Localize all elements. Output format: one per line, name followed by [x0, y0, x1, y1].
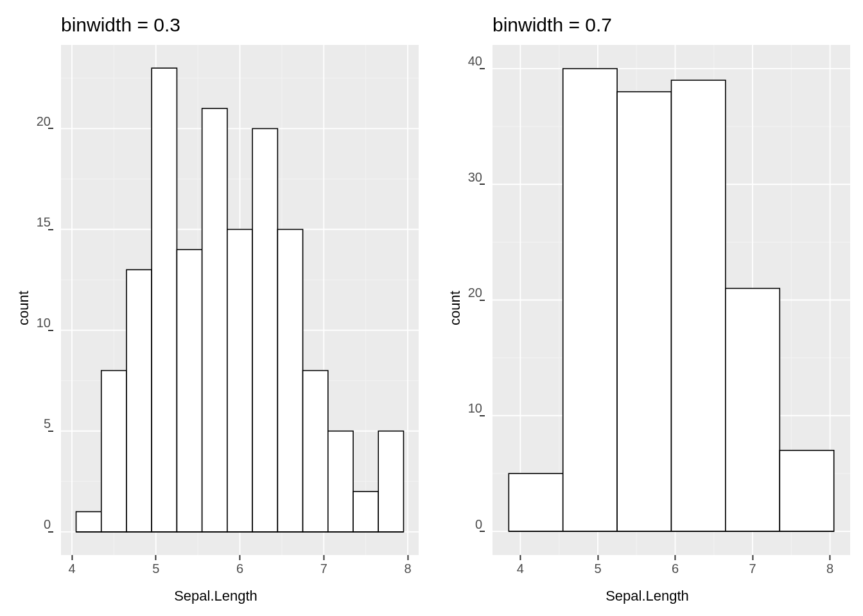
x-tick: 6: [672, 555, 679, 576]
histogram-bar: [277, 230, 302, 532]
chart-panel-right: binwidth = 0.7 count 010203040 45678 Sep…: [432, 0, 863, 616]
x-tick: 7: [749, 555, 756, 576]
x-tick: 4: [517, 555, 524, 576]
x-tick: 8: [404, 555, 411, 576]
histogram-bar: [328, 431, 353, 532]
histogram-plot: [61, 45, 419, 555]
histogram-bar: [152, 68, 177, 532]
x-tick: 8: [826, 555, 833, 576]
x-axis-label: Sepal.Length: [432, 588, 863, 604]
histogram-bar: [726, 288, 780, 531]
chart-title: binwidth = 0.3: [61, 14, 180, 36]
histogram-bar: [76, 511, 101, 531]
x-tick: 4: [68, 555, 75, 576]
histogram-plot: [493, 45, 850, 555]
x-axis-label: Sepal.Length: [0, 588, 432, 604]
histogram-bar: [378, 431, 403, 532]
histogram-bar: [617, 92, 671, 531]
histogram-bar: [303, 370, 328, 531]
x-axis-ticks: 45678: [493, 555, 850, 581]
histogram-bar: [780, 450, 833, 531]
histogram-bar: [227, 230, 252, 532]
histogram-bar: [563, 69, 617, 531]
histogram-bar: [509, 474, 562, 531]
x-tick: 5: [152, 555, 159, 576]
x-tick: 7: [320, 555, 327, 576]
histogram-bar: [126, 270, 152, 531]
y-axis-ticks: 010203040: [432, 45, 493, 555]
chart-panel-left: binwidth = 0.3 count 05101520 45678 Sepa…: [0, 0, 432, 616]
y-axis-ticks: 05101520: [0, 45, 61, 555]
x-tick: 5: [594, 555, 601, 576]
histogram-bar: [101, 370, 126, 531]
histogram-bar: [202, 108, 227, 532]
x-tick: 6: [236, 555, 243, 576]
histogram-bar: [177, 250, 202, 532]
histogram-bar: [252, 128, 277, 531]
chart-title: binwidth = 0.7: [493, 14, 612, 36]
histogram-bar: [672, 80, 726, 531]
histogram-bar: [353, 492, 378, 532]
x-axis-ticks: 45678: [61, 555, 419, 581]
